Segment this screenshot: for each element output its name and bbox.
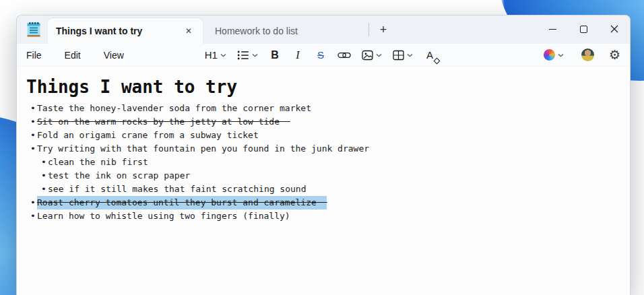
bullet-glyph: • <box>41 169 48 183</box>
tab-close-icon[interactable]: ✕ <box>181 24 196 38</box>
link-button[interactable] <box>335 46 354 65</box>
new-tab-button[interactable]: + <box>373 20 393 39</box>
account-avatar[interactable] <box>581 48 594 61</box>
link-icon <box>337 51 351 59</box>
list-item[interactable]: •Roast cherry tomatoes until they burst … <box>26 196 620 209</box>
format-group: H1 B I <box>202 46 439 65</box>
image-dropdown[interactable] <box>359 46 385 65</box>
bullet-glyph: • <box>30 196 37 209</box>
list-item-text[interactable]: see if it still makes that faint scratch… <box>48 183 307 196</box>
bullet-glyph: • <box>41 183 48 196</box>
list-item-text[interactable]: test the ink on scrap paper <box>48 169 190 183</box>
list-item-text[interactable]: Taste the honey-lavender soda from the c… <box>37 102 311 115</box>
tab-label: Things I want to try <box>56 26 181 36</box>
chevron-down-icon <box>407 53 413 57</box>
clear-formatting-button[interactable]: A <box>421 46 439 65</box>
tab-label: Homework to do list <box>215 26 298 36</box>
copilot-dropdown[interactable] <box>541 46 567 65</box>
document-title[interactable]: Things I want to try <box>26 77 620 97</box>
bullet-glyph: • <box>30 209 37 223</box>
list-item[interactable]: •Sit on the warm rocks by the jetty at l… <box>26 115 620 129</box>
heading-style-dropdown[interactable]: H1 <box>202 46 229 65</box>
list-item-text[interactable]: Sit on the warm rocks by the jetty at lo… <box>37 115 290 129</box>
close-icon <box>610 25 618 33</box>
notepad-window: Things I want to try ✕ Homework to do li… <box>16 15 631 295</box>
list-item[interactable]: •Try writing with that fountain pen you … <box>26 142 620 156</box>
list-item[interactable]: •Learn how to whistle using two fingers … <box>26 209 620 223</box>
window-controls <box>537 15 630 42</box>
list-item[interactable]: •Taste the honey-lavender soda from the … <box>26 102 620 115</box>
list-item-text[interactable]: clean the nib first <box>48 156 148 169</box>
list-item-text[interactable]: Fold an origami crane from a subway tick… <box>37 129 259 142</box>
image-icon <box>362 50 373 61</box>
chevron-down-icon <box>220 53 226 57</box>
list-item[interactable]: •test the ink on scrap paper <box>26 169 620 183</box>
list-item-text[interactable]: Try writing with that fountain pen you f… <box>37 142 369 156</box>
menu-file[interactable]: File <box>26 50 42 61</box>
tab-homework-to-do-list[interactable]: Homework to do list <box>203 18 368 44</box>
bullet-glyph: • <box>41 156 48 169</box>
notepad-app-icon <box>26 22 41 38</box>
eraser-icon <box>434 57 441 64</box>
bold-label: B <box>271 49 279 61</box>
bullet-glyph: • <box>30 115 37 129</box>
tab-bar: Things I want to try ✕ Homework to do li… <box>17 15 630 44</box>
list-dropdown[interactable] <box>234 46 261 65</box>
menu-edit[interactable]: Edit <box>65 50 81 61</box>
editor[interactable]: Things I want to try •Taste the honey-la… <box>17 67 630 223</box>
italic-label: I <box>296 49 299 61</box>
bullet-list: •Taste the honey-lavender soda from the … <box>26 102 620 223</box>
heading-style-label: H1 <box>205 49 218 61</box>
italic-button[interactable]: I <box>289 46 307 65</box>
app-icon-wrap <box>17 22 48 38</box>
maximize-button[interactable] <box>568 15 599 42</box>
bullet-list-icon <box>237 50 249 61</box>
tab-divider <box>368 23 369 36</box>
clear-formatting-letter: A <box>426 49 433 61</box>
list-item[interactable]: •Fold an origami crane from a subway tic… <box>26 129 620 142</box>
chevron-down-icon <box>558 53 564 57</box>
strikethrough-label: S <box>317 49 324 61</box>
table-icon <box>393 50 404 61</box>
close-button[interactable] <box>599 15 630 42</box>
table-dropdown[interactable] <box>390 46 416 65</box>
bullet-glyph: • <box>30 102 37 115</box>
strikethrough-button[interactable]: S <box>312 46 329 65</box>
bullet-glyph: • <box>30 129 37 142</box>
list-item[interactable]: •see if it still makes that faint scratc… <box>26 183 620 196</box>
maximize-icon <box>580 26 587 33</box>
chevron-down-icon <box>252 53 258 57</box>
list-item[interactable]: •clean the nib first <box>26 156 620 169</box>
settings-gear-icon[interactable]: ⚙ <box>609 48 620 61</box>
menu-view[interactable]: View <box>104 50 124 61</box>
toolbar: File Edit View H1 <box>17 44 630 67</box>
bold-button[interactable]: B <box>266 46 284 65</box>
minimize-icon <box>549 29 556 30</box>
list-item-text[interactable]: Learn how to whistle using two fingers (… <box>37 209 290 223</box>
bullet-glyph: • <box>30 142 37 156</box>
toolbar-right-group: ⚙ <box>541 46 620 65</box>
tab-things-i-want-to-try[interactable]: Things I want to try ✕ <box>48 18 203 44</box>
chevron-down-icon <box>376 53 382 57</box>
list-item-text[interactable]: Roast cherry tomatoes until they burst a… <box>37 196 327 209</box>
minimize-button[interactable] <box>537 15 568 42</box>
copilot-icon <box>544 49 555 61</box>
